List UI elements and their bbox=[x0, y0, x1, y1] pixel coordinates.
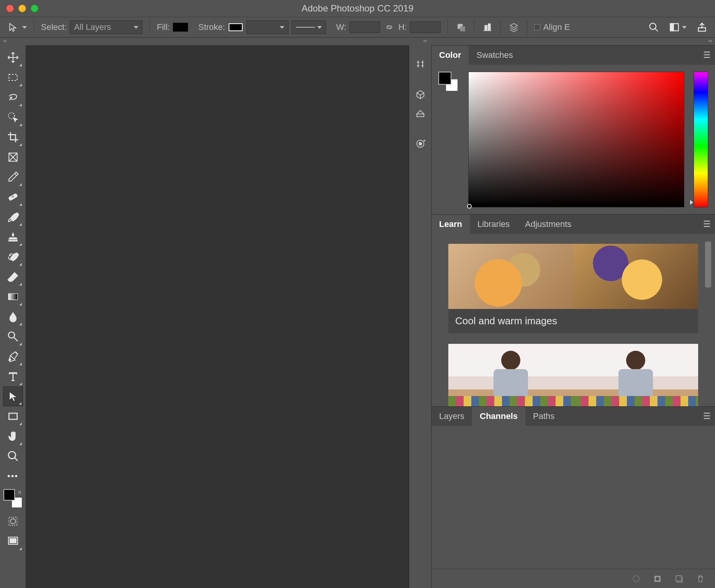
svg-rect-22 bbox=[10, 539, 16, 543]
stroke-swatch[interactable] bbox=[228, 23, 243, 32]
save-selection-icon[interactable] bbox=[652, 573, 663, 584]
align-edges-checkbox[interactable] bbox=[534, 24, 540, 30]
collapse-panels-arrows[interactable]: ›› bbox=[708, 38, 712, 44]
blur-tool[interactable] bbox=[3, 307, 23, 327]
svg-rect-23 bbox=[417, 114, 424, 117]
learn-card-image bbox=[448, 344, 698, 406]
tab-paths[interactable]: Paths bbox=[525, 407, 562, 426]
current-tool-icon[interactable] bbox=[7, 21, 19, 33]
tab-libraries[interactable]: Libraries bbox=[470, 215, 517, 234]
brush-tool[interactable] bbox=[3, 207, 23, 227]
select-layers-dropdown[interactable]: All Layers bbox=[70, 20, 143, 34]
svg-rect-6 bbox=[671, 24, 674, 31]
svg-rect-8 bbox=[9, 74, 17, 80]
color-panel-chips bbox=[438, 72, 459, 207]
hue-slider[interactable] bbox=[694, 72, 708, 207]
tab-channels[interactable]: Channels bbox=[472, 407, 525, 426]
rect-marquee-tool[interactable] bbox=[3, 67, 23, 87]
path-operations-icon[interactable] bbox=[455, 21, 467, 33]
quick-mask-toggle[interactable] bbox=[3, 511, 23, 531]
align-edges-label: Align E bbox=[543, 22, 570, 32]
path-select-tool[interactable] bbox=[3, 386, 23, 406]
eyedropper-tool[interactable] bbox=[3, 167, 23, 187]
clone-stamp-tool[interactable] bbox=[3, 227, 23, 247]
dodge-tool[interactable] bbox=[3, 327, 23, 347]
foreground-background-colors[interactable]: ⤭ bbox=[3, 489, 23, 508]
collapse-row: ›› ‹‹ ›› bbox=[0, 38, 715, 45]
svg-point-26 bbox=[633, 576, 639, 582]
type-tool[interactable] bbox=[3, 366, 23, 386]
maximize-window-button[interactable] bbox=[31, 5, 38, 12]
move-tool[interactable] bbox=[3, 48, 23, 67]
screen-mode-toggle[interactable] bbox=[3, 531, 23, 551]
rectangle-tool[interactable] bbox=[3, 406, 23, 426]
new-channel-icon[interactable] bbox=[674, 573, 684, 584]
path-arrange-icon[interactable] bbox=[508, 21, 520, 33]
learn-panel-menu-icon[interactable]: ☰ bbox=[703, 219, 710, 229]
load-selection-icon[interactable] bbox=[631, 573, 641, 584]
select-label: Select: bbox=[41, 22, 67, 32]
color-panel: Color Swatches ☰ bbox=[431, 45, 715, 214]
color-picker-cursor[interactable] bbox=[467, 204, 472, 209]
path-align-icon[interactable] bbox=[481, 21, 494, 33]
color-panel-menu-icon[interactable]: ☰ bbox=[703, 50, 710, 60]
height-input[interactable] bbox=[410, 21, 441, 33]
svg-rect-3 bbox=[488, 24, 490, 30]
tab-layers[interactable]: Layers bbox=[431, 407, 472, 426]
svg-rect-1 bbox=[460, 26, 465, 31]
width-label: W: bbox=[336, 22, 346, 32]
3d-panel-icon[interactable] bbox=[414, 88, 427, 101]
healing-tool[interactable] bbox=[3, 187, 23, 207]
expand-toolbar-arrows[interactable]: ›› bbox=[3, 38, 7, 44]
fill-swatch[interactable] bbox=[173, 23, 188, 32]
stroke-label: Stroke: bbox=[198, 22, 225, 32]
workspace-switcher-icon[interactable] bbox=[669, 21, 687, 33]
frame-tool[interactable] bbox=[3, 147, 23, 167]
zoom-tool[interactable] bbox=[3, 446, 23, 466]
minimize-window-button[interactable] bbox=[18, 5, 26, 12]
hand-tool[interactable] bbox=[3, 426, 23, 446]
collapsed-panel-dock bbox=[409, 45, 431, 588]
tab-learn[interactable]: Learn bbox=[431, 215, 470, 234]
quick-select-tool[interactable] bbox=[3, 107, 23, 127]
options-bar: Select: All Layers Fill: Stroke: W: H: bbox=[0, 17, 715, 38]
svg-point-4 bbox=[650, 23, 656, 30]
close-window-button[interactable] bbox=[6, 5, 14, 12]
titlebar: Adobe Photoshop CC 2019 bbox=[0, 0, 715, 17]
learn-card[interactable] bbox=[448, 344, 698, 406]
collapse-middock-arrows[interactable]: ‹‹ bbox=[423, 38, 427, 44]
foreground-color-swatch[interactable] bbox=[3, 489, 15, 501]
svg-point-20 bbox=[10, 519, 15, 524]
timeline-panel-icon[interactable] bbox=[414, 137, 427, 150]
edit-toolbar-button[interactable]: ••• bbox=[3, 466, 23, 486]
tool-preset-dropdown[interactable] bbox=[22, 26, 27, 29]
layers-panel-menu-icon[interactable]: ☰ bbox=[703, 411, 710, 421]
width-input[interactable] bbox=[349, 21, 380, 33]
3d-secondary-icon[interactable] bbox=[414, 107, 427, 120]
properties-panel-icon[interactable] bbox=[414, 57, 427, 71]
link-wh-icon[interactable] bbox=[383, 21, 395, 33]
pen-tool[interactable] bbox=[3, 347, 23, 366]
toolbar: ••• ⤭ bbox=[0, 45, 26, 588]
stroke-width-dropdown[interactable] bbox=[246, 20, 289, 34]
tab-adjustments[interactable]: Adjustments bbox=[517, 215, 579, 234]
stroke-style-dropdown[interactable] bbox=[292, 20, 326, 34]
gradient-tool[interactable] bbox=[3, 287, 23, 307]
tab-swatches[interactable]: Swatches bbox=[469, 46, 520, 65]
svg-rect-29 bbox=[676, 576, 681, 581]
delete-channel-icon[interactable] bbox=[695, 573, 706, 584]
svg-point-25 bbox=[419, 143, 421, 145]
canvas-area[interactable] bbox=[26, 45, 409, 588]
lasso-tool[interactable] bbox=[3, 87, 23, 107]
history-brush-tool[interactable] bbox=[3, 247, 23, 267]
search-icon[interactable] bbox=[648, 21, 660, 33]
swap-colors-icon[interactable]: ⤭ bbox=[17, 489, 22, 495]
svg-rect-14 bbox=[8, 294, 18, 300]
crop-tool[interactable] bbox=[3, 127, 23, 147]
tab-color[interactable]: Color bbox=[431, 46, 469, 65]
color-field[interactable] bbox=[468, 72, 684, 207]
color-fg-chip[interactable] bbox=[438, 72, 451, 85]
eraser-tool[interactable] bbox=[3, 267, 23, 287]
share-icon[interactable] bbox=[696, 21, 708, 33]
learn-card[interactable]: Cool and warm images bbox=[448, 244, 698, 333]
